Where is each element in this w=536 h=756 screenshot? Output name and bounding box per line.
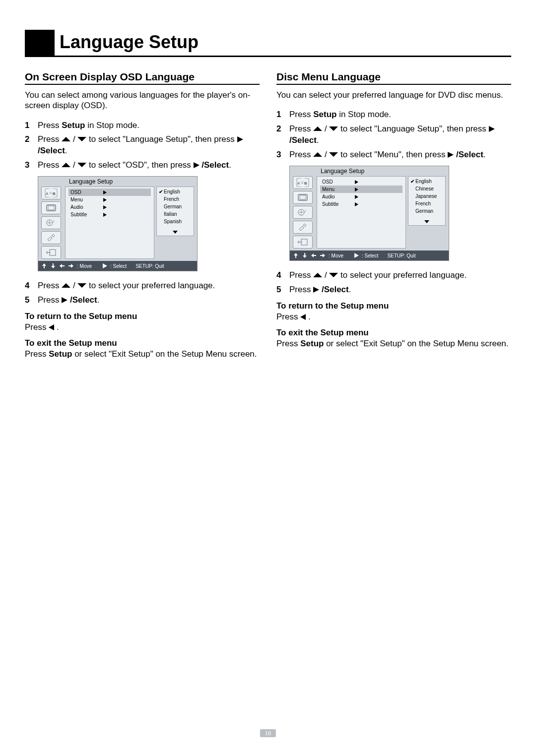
osd-title: Language Setup: [290, 166, 449, 175]
return-block: To return to the Setup menu Press .: [276, 301, 511, 322]
custom-tab-icon: [41, 231, 61, 244]
down-icon: [329, 152, 338, 157]
osd-mockup-left: Language Setup ACB ♪ OSD Menu Audio Subt…: [38, 176, 198, 271]
play-icon: [313, 287, 319, 293]
right-column: Disc Menu Language You can select your p…: [276, 71, 511, 360]
svg-text:A: A: [46, 191, 49, 196]
menu-row-audio: Audio: [68, 203, 151, 211]
menu-row-subtitle: Subtitle: [320, 200, 402, 208]
up-icon: [313, 273, 322, 277]
step-text: Press /Select.: [289, 284, 511, 296]
menu-row-menu: Menu: [320, 186, 402, 193]
step-number: 4: [276, 270, 289, 281]
right-arrow-icon: [320, 252, 326, 258]
up-icon: [313, 126, 322, 131]
play-icon: [489, 126, 495, 132]
disc-heading: Disc Menu Language: [276, 71, 511, 85]
menu-row-osd: OSD: [68, 189, 151, 196]
svg-rect-4: [48, 206, 54, 210]
menu-panel: OSD Menu Audio Subtitle: [65, 187, 154, 259]
chevron-right-icon: [355, 195, 358, 199]
up-icon: [62, 163, 70, 167]
svg-text:A: A: [297, 181, 300, 186]
language-panel: ✔English Chinese Japanese French German: [408, 176, 446, 226]
lang-row: Spanish: [159, 218, 192, 225]
chevron-right-icon: [103, 190, 107, 194]
play-icon: [194, 162, 200, 168]
lang-row: German: [159, 203, 192, 210]
down-icon: [329, 126, 338, 131]
step-text: Press / to select your preferred languag…: [289, 270, 511, 281]
down-arrow-icon: [302, 252, 308, 258]
svg-text:B: B: [53, 191, 56, 196]
play-icon: [354, 253, 359, 258]
check-icon: ✔: [159, 189, 164, 194]
down-arrow-icon: [50, 263, 56, 269]
step-number: 1: [276, 109, 289, 121]
up-icon: [62, 137, 70, 141]
title-marker: [25, 30, 55, 56]
svg-text:C: C: [301, 181, 304, 184]
back-icon: [300, 314, 306, 320]
play-icon: [62, 297, 67, 303]
lang-row: French: [159, 195, 192, 203]
more-down-icon: [159, 230, 192, 235]
lang-row: ✔English: [159, 188, 192, 195]
lang-row: Italian: [159, 210, 192, 218]
chevron-right-icon: [103, 213, 107, 217]
svg-text:♪: ♪: [304, 208, 306, 213]
more-down-icon: [410, 219, 443, 224]
left-column: On Screen Display OSD Language You can s…: [25, 71, 260, 360]
osd-steps-part1: 1 Press Setup in Stop mode. 2 Press / to…: [25, 120, 260, 172]
menu-panel: OSD Menu Audio Subtitle: [317, 176, 406, 249]
menu-row-audio: Audio: [320, 193, 402, 200]
step-text: Press Setup in Stop mode.: [38, 120, 260, 131]
osd-steps-part2: 4 Press / to select your preferred langu…: [25, 280, 260, 306]
language-tab-icon: ACB: [41, 187, 61, 199]
step-number: 1: [25, 120, 38, 131]
step-text: Press Setup in Stop mode.: [289, 109, 511, 121]
step-text: Press /Select.: [38, 295, 260, 306]
custom-tab-icon: [293, 221, 313, 234]
title-bar: Language Setup: [25, 30, 511, 57]
down-icon: [77, 137, 86, 141]
exit-tab-icon: [41, 246, 61, 259]
play-icon: [237, 136, 243, 142]
chevron-right-icon: [355, 180, 358, 184]
osd-footer: : Move : Select SETUP: Quit: [38, 261, 197, 271]
lang-row: German: [410, 207, 443, 215]
up-icon: [62, 283, 70, 288]
step-text: Press / to select "Language Setup", then…: [38, 134, 260, 157]
step-number: 5: [276, 284, 289, 296]
screen-tab-icon: [293, 191, 313, 204]
step-number: 2: [25, 134, 38, 157]
page-title: Language Setup: [55, 30, 203, 56]
up-arrow-icon: [293, 252, 299, 258]
exit-block: To exit the Setup menu Press Setup or se…: [25, 338, 260, 360]
play-icon: [103, 263, 107, 268]
down-icon: [77, 283, 86, 288]
page-number: 18: [260, 729, 276, 737]
back-icon: [49, 324, 54, 330]
up-icon: [313, 152, 322, 157]
svg-text:C: C: [50, 191, 52, 194]
lang-row: French: [410, 200, 443, 207]
osd-heading: On Screen Display OSD Language: [25, 71, 260, 85]
osd-intro: You can select among various languages f…: [25, 90, 260, 111]
step-number: 4: [25, 280, 38, 292]
lang-row: ✔English: [410, 178, 443, 185]
screen-tab-icon: [41, 201, 61, 214]
left-arrow-icon: [59, 263, 65, 269]
disc-steps-part1: 1 Press Setup in Stop mode. 2 Press / to…: [276, 109, 511, 161]
chevron-right-icon: [355, 188, 358, 191]
menu-row-menu: Menu: [68, 196, 151, 203]
down-icon: [77, 163, 86, 167]
left-arrow-icon: [311, 252, 317, 258]
step-text: Press / to select your preferred languag…: [38, 280, 260, 292]
osd-footer: : Move : Select SETUP: Quit: [290, 251, 449, 260]
up-arrow-icon: [41, 263, 47, 269]
step-text: Press / to select "OSD", then press /Sel…: [38, 160, 260, 171]
osd-mockup-right: Language Setup ACB ♪ OSD Menu Audio Subt…: [289, 166, 449, 261]
osd-title: Language Setup: [38, 177, 197, 186]
chevron-right-icon: [103, 205, 107, 209]
